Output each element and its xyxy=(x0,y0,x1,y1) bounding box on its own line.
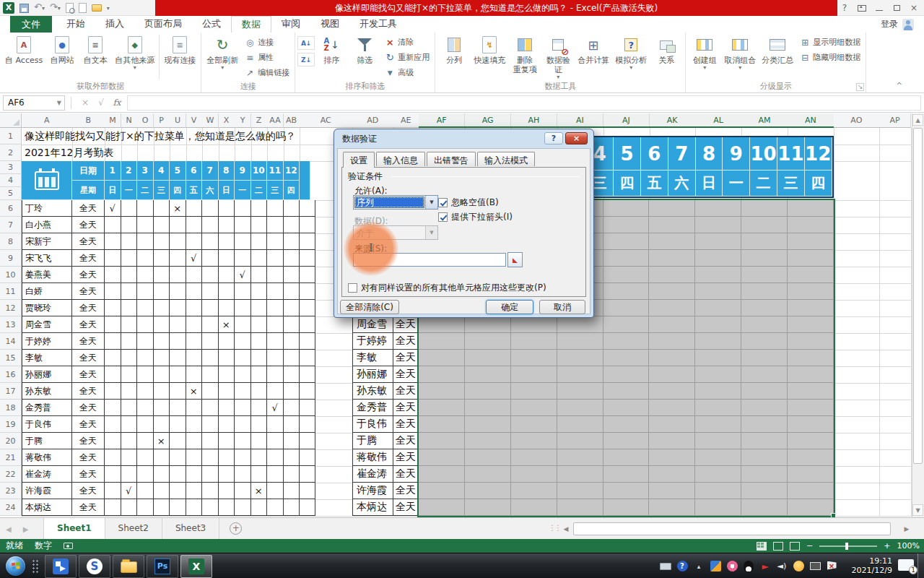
tab-data[interactable]: 数据 xyxy=(231,16,271,33)
weekday-cell[interactable]: 一 xyxy=(121,181,138,200)
day-cell[interactable] xyxy=(186,283,203,300)
day-cell[interactable] xyxy=(121,466,138,483)
day-cell[interactable] xyxy=(235,499,251,516)
day-cell[interactable] xyxy=(219,200,235,217)
ribbon-button[interactable]: ≡自文本 xyxy=(79,33,112,82)
day-cell[interactable] xyxy=(170,267,186,283)
action-center-flag-icon[interactable]: × xyxy=(826,561,837,572)
day-cell[interactable] xyxy=(267,466,284,483)
day-cell[interactable] xyxy=(235,333,251,350)
day-cell[interactable] xyxy=(137,350,154,366)
day-cell[interactable] xyxy=(300,333,315,350)
day-cell[interactable] xyxy=(251,383,268,400)
day-cell[interactable] xyxy=(300,200,315,217)
day-cell[interactable] xyxy=(202,217,219,233)
day-cell[interactable] xyxy=(219,250,235,267)
day-number-cell-large[interactable]: 6 xyxy=(641,137,668,171)
sheet-tab-sheet2[interactable]: Sheet2 xyxy=(105,518,162,540)
day-cell[interactable] xyxy=(267,200,284,217)
shift-cell[interactable]: 全天 xyxy=(72,350,105,366)
column-header[interactable]: AM xyxy=(741,113,788,128)
day-cell[interactable] xyxy=(170,366,186,383)
day-cell[interactable] xyxy=(235,316,251,333)
sheet-tab-sheet1[interactable]: Sheet1 xyxy=(43,518,105,540)
day-cell[interactable] xyxy=(300,466,315,483)
day-cell[interactable] xyxy=(137,499,154,516)
ribbon-button[interactable]: 分列 xyxy=(437,33,471,82)
day-cell[interactable] xyxy=(170,350,186,366)
column-header[interactable]: N xyxy=(121,113,138,128)
day-cell[interactable] xyxy=(300,300,315,316)
day-cell[interactable] xyxy=(154,200,170,217)
day-cell[interactable] xyxy=(235,383,251,400)
day-number-cell[interactable]: 1 xyxy=(105,161,121,181)
day-number-cell[interactable]: 7 xyxy=(202,161,219,181)
day-cell[interactable] xyxy=(219,466,235,483)
day-cell[interactable] xyxy=(186,300,203,316)
open-folder-icon[interactable] xyxy=(92,4,102,12)
day-cell[interactable] xyxy=(219,217,235,233)
day-cell[interactable] xyxy=(219,400,235,416)
day-cell[interactable]: √ xyxy=(186,250,203,267)
ribbon-button-small[interactable]: ↗编辑链接 xyxy=(241,65,292,80)
day-cell[interactable] xyxy=(267,383,284,400)
day-cell[interactable] xyxy=(300,433,315,449)
column-header[interactable]: O xyxy=(137,113,154,128)
day-cell[interactable] xyxy=(202,383,219,400)
day-cell[interactable] xyxy=(267,300,284,316)
day-number-cell-large[interactable]: 10 xyxy=(750,137,777,171)
player-tray-icon[interactable]: ► xyxy=(759,561,771,572)
day-cell[interactable] xyxy=(251,366,268,383)
sheet-nav-left-icon[interactable]: ◀ xyxy=(6,525,12,533)
day-cell[interactable] xyxy=(105,383,121,400)
day-cell[interactable] xyxy=(186,350,203,366)
horizontal-scrollbar[interactable] xyxy=(573,522,899,536)
weekday-cell-large[interactable]: 三 xyxy=(777,171,805,197)
name-cell-large[interactable]: 蒋敬伟 xyxy=(352,449,393,466)
day-cell[interactable] xyxy=(170,416,186,433)
day-number-cell[interactable]: 8 xyxy=(219,161,235,181)
day-cell[interactable] xyxy=(105,217,121,233)
shift-cell[interactable]: 全天 xyxy=(72,400,105,416)
ribbon-button[interactable]: ≡现有连接 xyxy=(161,33,199,82)
day-cell[interactable] xyxy=(284,233,300,250)
day-cell[interactable] xyxy=(154,466,170,483)
name-cell[interactable]: 丁玲 xyxy=(22,200,72,217)
day-cell[interactable] xyxy=(202,499,219,516)
row-header[interactable]: 14 xyxy=(0,333,22,350)
day-cell[interactable] xyxy=(121,217,138,233)
row-header[interactable]: 4 xyxy=(0,174,22,187)
day-cell[interactable] xyxy=(300,350,315,366)
day-cell[interactable] xyxy=(121,283,138,300)
day-cell[interactable] xyxy=(121,416,138,433)
day-cell[interactable] xyxy=(219,300,235,316)
day-cell[interactable] xyxy=(267,449,284,466)
name-cell[interactable]: 蒋敬伟 xyxy=(22,449,72,466)
day-cell[interactable] xyxy=(121,316,138,333)
day-cell[interactable] xyxy=(235,466,251,483)
ribbon-button[interactable]: ⊘数据验 证▾ xyxy=(541,33,575,82)
day-cell[interactable] xyxy=(251,316,268,333)
shift-cell[interactable]: 全天 xyxy=(72,217,105,233)
day-cell[interactable] xyxy=(105,267,121,283)
day-cell[interactable] xyxy=(284,433,300,449)
vscroll-up-icon[interactable]: ▲ xyxy=(912,114,923,126)
day-cell[interactable] xyxy=(202,400,219,416)
day-cell[interactable] xyxy=(251,350,268,366)
column-header[interactable]: AG xyxy=(465,113,511,128)
zoom-out-icon[interactable]: − xyxy=(806,541,813,551)
name-cell[interactable]: 李敏 xyxy=(22,350,72,366)
day-cell[interactable] xyxy=(219,283,235,300)
sheet-tab-sheet3[interactable]: Sheet3 xyxy=(162,518,219,540)
day-cell[interactable] xyxy=(137,250,154,267)
day-cell[interactable] xyxy=(137,333,154,350)
day-cell[interactable] xyxy=(105,400,121,416)
name-cell-large[interactable]: 李敏 xyxy=(352,350,393,366)
name-cell-large[interactable]: 于良伟 xyxy=(352,416,393,433)
qq-tray-icon[interactable] xyxy=(743,561,754,572)
day-cell[interactable] xyxy=(219,416,235,433)
day-number-cell[interactable]: 10 xyxy=(251,161,268,181)
ribbon-button[interactable]: ◆自其他来源▾ xyxy=(112,33,157,82)
column-header[interactable]: M xyxy=(105,113,121,128)
day-cell[interactable] xyxy=(186,217,203,233)
